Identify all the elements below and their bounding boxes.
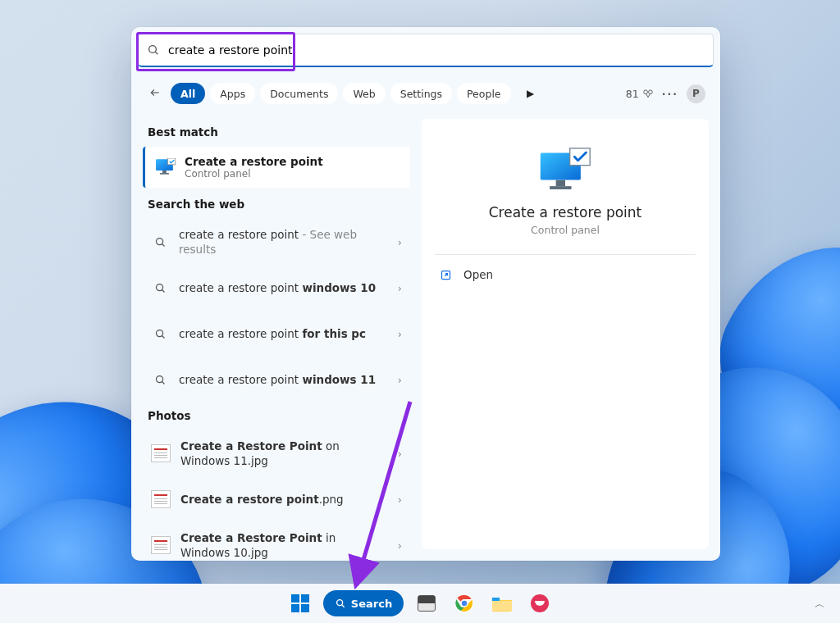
- desktop: All Apps Documents Web Settings People F…: [0, 0, 840, 623]
- web-result[interactable]: create a restore point for this pc ›: [143, 311, 410, 357]
- svg-rect-8: [160, 173, 169, 175]
- preview-app-icon: [537, 147, 593, 194]
- pinned-app-button[interactable]: [525, 589, 555, 618]
- best-match-result[interactable]: Create a restore point Control panel: [143, 147, 410, 188]
- web-result[interactable]: create a restore point - See web results…: [143, 219, 410, 265]
- image-thumbnail-icon: [151, 490, 171, 508]
- filter-bar: All Apps Documents Web Settings People F…: [146, 80, 705, 107]
- search-icon: [151, 328, 169, 340]
- svg-rect-9: [167, 158, 175, 165]
- divider: [435, 254, 696, 255]
- photo-result[interactable]: Create a Restore Point in Windows 10.jpg…: [143, 522, 410, 568]
- chevron-right-icon: ›: [398, 448, 402, 460]
- windows-logo-icon: [291, 594, 309, 612]
- web-result-text: create a restore point - See web results: [179, 227, 388, 257]
- best-match-subtitle: Control panel: [185, 168, 323, 180]
- web-result-text: create a restore point for this pc: [179, 326, 388, 341]
- svg-rect-28: [492, 601, 512, 611]
- web-result-text: create a restore point windows 11: [179, 372, 388, 387]
- svg-point-0: [149, 46, 157, 53]
- show-hidden-icons-button[interactable]: ︿: [815, 597, 825, 612]
- search-icon: [151, 374, 169, 386]
- preview-pane: Create a restore point Control panel Ope…: [422, 119, 709, 549]
- start-button[interactable]: [285, 589, 315, 618]
- open-label: Open: [463, 268, 493, 281]
- svg-line-11: [162, 243, 164, 246]
- svg-line-17: [162, 381, 164, 384]
- filter-apps[interactable]: Apps: [210, 83, 255, 104]
- results-column: Best match Create a restore point Contro…: [143, 119, 410, 549]
- svg-line-1: [155, 52, 158, 54]
- search-icon: [151, 236, 169, 248]
- image-thumbnail-icon: [151, 536, 171, 554]
- more-options-button[interactable]: ···: [662, 88, 678, 100]
- task-view-icon: [418, 595, 436, 612]
- search-icon: [151, 282, 169, 294]
- filter-web[interactable]: Web: [343, 83, 385, 104]
- chevron-right-icon: ›: [398, 282, 402, 294]
- web-result[interactable]: create a restore point windows 11 ›: [143, 357, 410, 402]
- svg-rect-19: [556, 180, 565, 187]
- taskbar-search-label: Search: [351, 598, 392, 610]
- photo-result-text: Create a Restore Point in Windows 10.jpg: [180, 530, 388, 560]
- web-result[interactable]: create a restore point windows 10 ›: [143, 265, 410, 311]
- chevron-right-icon: ›: [398, 236, 402, 248]
- svg-point-12: [156, 284, 162, 290]
- filter-all[interactable]: All: [171, 83, 205, 104]
- scroll-filters-button[interactable]: ▶: [522, 88, 539, 99]
- best-match-title: Create a restore point: [185, 155, 323, 168]
- taskbar: Search ︿: [0, 584, 840, 623]
- photo-result[interactable]: Create a Restore Point on Windows 11.jpg…: [143, 430, 410, 476]
- svg-rect-21: [570, 148, 591, 166]
- svg-rect-29: [492, 598, 500, 601]
- search-icon: [147, 43, 160, 57]
- task-view-button[interactable]: [412, 589, 441, 618]
- image-thumbnail-icon: [151, 444, 171, 462]
- section-best-match: Best match: [143, 119, 410, 147]
- svg-point-14: [156, 330, 162, 336]
- taskbar-search-button[interactable]: Search: [323, 590, 404, 616]
- rewards-points[interactable]: 81: [626, 88, 654, 100]
- filter-settings[interactable]: Settings: [390, 83, 452, 104]
- search-input[interactable]: [167, 43, 705, 57]
- filter-people[interactable]: People: [457, 83, 511, 104]
- photo-result-text: Create a Restore Point on Windows 11.jpg: [180, 439, 388, 468]
- preview-title: Create a restore point: [435, 204, 696, 221]
- back-button[interactable]: [146, 87, 164, 101]
- profile-avatar[interactable]: P: [687, 84, 705, 103]
- photo-result[interactable]: Create a restore point.png ›: [143, 476, 410, 522]
- section-search-web: Search the web: [143, 191, 410, 219]
- svg-rect-7: [162, 171, 167, 173]
- web-result-text: create a restore point windows 10: [179, 280, 388, 295]
- svg-line-15: [162, 335, 164, 338]
- file-explorer-button[interactable]: [487, 589, 517, 618]
- chrome-button[interactable]: [450, 589, 479, 618]
- svg-point-16: [156, 375, 162, 382]
- search-box[interactable]: [138, 34, 714, 67]
- chevron-right-icon: ›: [398, 374, 402, 386]
- section-photos: Photos: [143, 402, 410, 430]
- svg-point-23: [336, 600, 342, 606]
- chevron-right-icon: ›: [398, 328, 402, 340]
- search-panel: All Apps Documents Web Settings People F…: [131, 27, 720, 561]
- svg-line-13: [162, 289, 164, 292]
- svg-rect-20: [550, 186, 571, 189]
- app-icon: [531, 594, 549, 612]
- filter-documents[interactable]: Documents: [260, 83, 338, 104]
- svg-point-3: [644, 89, 648, 93]
- chevron-right-icon: ›: [398, 539, 402, 552]
- chevron-right-icon: ›: [398, 493, 402, 506]
- chrome-icon: [454, 593, 474, 613]
- svg-line-24: [342, 605, 345, 607]
- svg-point-10: [156, 238, 162, 244]
- photo-result-text: Create a restore point.png: [180, 492, 388, 507]
- open-icon: [440, 269, 452, 281]
- svg-point-4: [648, 89, 652, 93]
- folder-icon: [491, 594, 513, 612]
- open-action[interactable]: Open: [435, 260, 696, 289]
- filter-tabs: All Apps Documents Web Settings People F…: [171, 83, 515, 104]
- search-icon: [335, 598, 346, 609]
- preview-subtitle: Control panel: [435, 224, 696, 236]
- monitor-icon: [155, 158, 176, 176]
